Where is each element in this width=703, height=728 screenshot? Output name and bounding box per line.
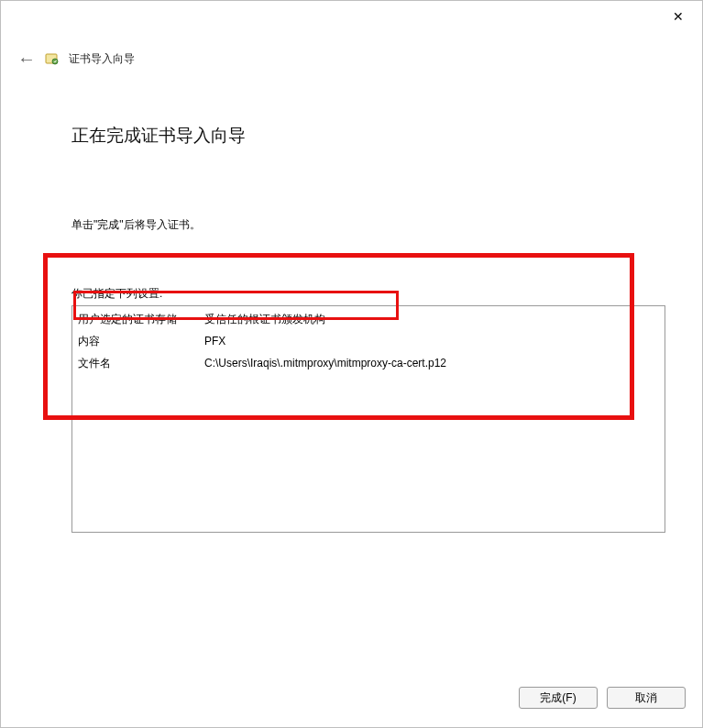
settings-row: 文件名 C:\Users\Iraqis\.mitmproxy\mitmproxy… (72, 352, 665, 374)
certificate-icon (45, 52, 60, 67)
settings-row-value: C:\Users\Iraqis\.mitmproxy\mitmproxy-ca-… (204, 357, 665, 370)
close-button[interactable]: ✕ (667, 8, 689, 25)
settings-row-label: 文件名 (78, 356, 204, 371)
settings-row-value: 受信任的根证书颁发机构 (204, 312, 665, 327)
settings-row: 用户选定的证书存储 受信任的根证书颁发机构 (72, 308, 665, 330)
cancel-button[interactable]: 取消 (607, 687, 686, 709)
wizard-window: ✕ ← 证书导入向导 正在完成证书导入向导 单击"完成"后将导入证书。 你已指定… (0, 0, 703, 728)
titlebar: ✕ (1, 1, 702, 32)
settings-listbox[interactable]: 用户选定的证书存储 受信任的根证书颁发机构 内容 PFX 文件名 C:\User… (71, 305, 665, 533)
page-subtitle: 单击"完成"后将导入证书。 (71, 217, 665, 233)
settings-row-label: 用户选定的证书存储 (78, 312, 204, 327)
finish-button[interactable]: 完成(F) (519, 687, 598, 709)
header-row: ← 证书导入向导 (17, 49, 135, 70)
page-title: 正在完成证书导入向导 (71, 124, 665, 148)
button-row: 完成(F) 取消 (519, 687, 686, 709)
back-button[interactable]: ← (17, 49, 36, 70)
settings-label: 你已指定下列设置: (71, 286, 665, 302)
settings-row-value: PFX (204, 335, 665, 347)
content-area: 正在完成证书导入向导 单击"完成"后将导入证书。 你已指定下列设置: 用户选定的… (71, 124, 665, 533)
settings-row-label: 内容 (78, 334, 204, 349)
wizard-title: 证书导入向导 (69, 51, 135, 67)
settings-row: 内容 PFX (72, 330, 665, 352)
